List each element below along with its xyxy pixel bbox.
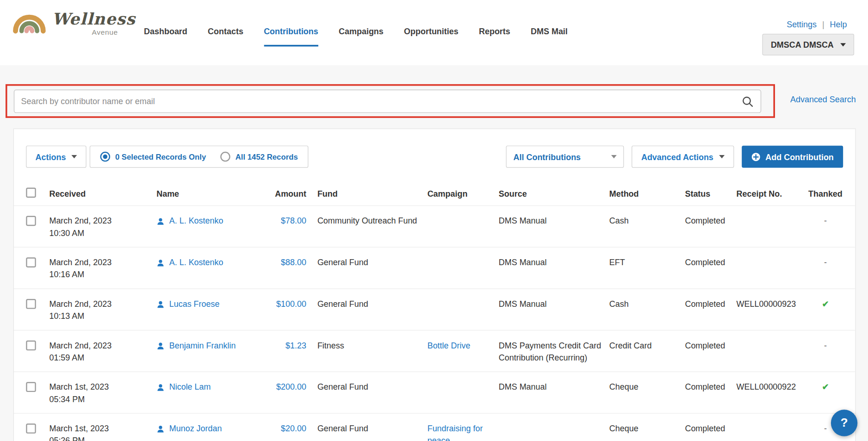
amount-cell: $200.00 — [273, 372, 317, 401]
fund-cell: Community Outreach Fund — [317, 206, 428, 235]
status-cell: Completed — [685, 330, 736, 359]
nav-item-reports[interactable]: Reports — [479, 26, 510, 46]
advanced-actions-dropdown[interactable]: Advanced Actions — [632, 146, 734, 168]
row-checkbox[interactable] — [26, 257, 36, 267]
row-checkbox-cell — [26, 206, 49, 237]
contributor-link[interactable]: A. L. Kostenko — [169, 215, 223, 227]
brand-subtitle: Avenue — [92, 28, 136, 37]
thanked-cell: - — [808, 206, 843, 235]
actions-dropdown[interactable]: Actions — [26, 146, 86, 168]
help-fab-button[interactable]: ? — [831, 410, 857, 436]
campaign-cell — [428, 289, 499, 306]
name-cell: A. L. Kostenko — [156, 248, 273, 278]
column-header-receipt[interactable]: Receipt No. — [737, 188, 808, 198]
account-dropdown[interactable]: DMSCA DMSCA — [763, 34, 854, 56]
person-icon — [156, 424, 164, 436]
person-icon — [156, 383, 164, 395]
source-cell: DMS Manual — [499, 289, 609, 318]
select-all-checkbox[interactable] — [26, 187, 36, 198]
column-header-status[interactable]: Status — [685, 188, 736, 198]
settings-link[interactable]: Settings — [787, 19, 817, 29]
column-header-method[interactable]: Method — [609, 188, 685, 198]
fund-cell: General Fund — [317, 414, 428, 441]
help-link[interactable]: Help — [830, 19, 847, 29]
received-date: March 1st, 2023 — [49, 422, 149, 435]
column-header-thanked[interactable]: Thanked — [808, 188, 843, 198]
app-header: Wellness Avenue Dashboard Contacts Contr… — [0, 0, 868, 65]
help-fab-label: ? — [840, 416, 848, 430]
nav-item-contributions[interactable]: Contributions — [264, 26, 318, 46]
fund-cell: General Fund — [317, 248, 428, 276]
row-checkbox[interactable] — [26, 216, 36, 226]
campaign-link[interactable]: Fundraising for peace — [428, 423, 483, 441]
column-header-fund[interactable]: Fund — [317, 188, 428, 198]
column-header-source[interactable]: Source — [499, 188, 609, 198]
contributor-link[interactable]: Nicole Lam — [169, 381, 211, 393]
column-header-campaign[interactable]: Campaign — [428, 188, 499, 198]
row-checkbox[interactable] — [26, 382, 36, 392]
thanked-value: - — [824, 257, 827, 267]
selected-records-radio[interactable]: 0 Selected Records Only — [100, 152, 206, 162]
column-header-name[interactable]: Name — [156, 188, 273, 198]
select-all-cell — [26, 187, 49, 199]
campaign-cell — [428, 248, 499, 264]
nav-item-contacts[interactable]: Contacts — [208, 26, 243, 46]
campaign-cell: Fundraising for peace — [428, 414, 499, 441]
contributor-link[interactable]: Munoz Jordan — [169, 422, 222, 435]
chevron-down-icon — [71, 155, 77, 158]
rainbow-logo-icon — [11, 5, 48, 35]
table-row: March 1st, 2023 05:34 PM Nicole Lam $200… — [14, 372, 856, 413]
status-cell: Completed — [685, 372, 736, 401]
received-time: 10:16 AM — [49, 268, 149, 280]
received-time: 05:26 PM — [49, 435, 149, 441]
brand-logo: Wellness Avenue — [11, 5, 149, 47]
contributions-filter-select[interactable]: All Contributions — [506, 146, 624, 168]
nav-item-dms-mail[interactable]: DMS Mail — [531, 26, 568, 46]
row-checkbox[interactable] — [26, 299, 36, 309]
amount-cell: $78.00 — [273, 206, 317, 235]
contributor-link[interactable]: Lucas Froese — [169, 298, 220, 310]
contributor-link[interactable]: A. L. Kostenko — [169, 256, 223, 268]
contributor-link[interactable]: Benjamin Franklin — [169, 339, 236, 351]
receipt-cell: WELL00000922 — [737, 372, 808, 401]
brand-text: Wellness Avenue — [52, 5, 136, 37]
received-cell: March 1st, 2023 05:26 PM — [49, 414, 156, 441]
amount-link[interactable]: $78.00 — [281, 216, 306, 225]
search-icon[interactable] — [742, 95, 753, 109]
nav-item-opportunities[interactable]: Opportunities — [404, 26, 459, 46]
name-cell: Lucas Froese — [156, 289, 273, 320]
column-header-received[interactable]: Received — [49, 188, 156, 198]
nav-item-campaigns[interactable]: Campaigns — [339, 26, 384, 46]
campaign-cell: Bottle Drive — [428, 330, 499, 359]
received-date: March 2nd, 2023 — [49, 339, 149, 351]
record-scope-group: 0 Selected Records Only All 1452 Records — [90, 146, 309, 168]
table-header: Received Name Amount Fund Campaign Sourc… — [14, 181, 856, 205]
row-checkbox[interactable] — [26, 341, 36, 351]
amount-link[interactable]: $1.23 — [285, 341, 306, 350]
person-icon — [156, 341, 164, 353]
nav-item-dashboard[interactable]: Dashboard — [144, 26, 187, 46]
advanced-search-link[interactable]: Advanced Search — [790, 95, 856, 104]
row-checkbox-cell — [26, 414, 49, 441]
add-contribution-button[interactable]: Add Contribution — [742, 146, 843, 168]
amount-link[interactable]: $200.00 — [276, 382, 306, 391]
column-header-amount[interactable]: Amount — [273, 188, 317, 198]
all-records-label: All 1452 Records — [236, 152, 298, 161]
campaign-link[interactable]: Bottle Drive — [428, 341, 471, 350]
received-time: 01:59 AM — [49, 352, 149, 364]
chevron-down-icon — [840, 43, 846, 46]
thanked-cell: - — [808, 330, 843, 359]
all-records-radio[interactable]: All 1452 Records — [220, 152, 298, 162]
thanked-value: - — [824, 216, 827, 225]
amount-link[interactable]: $88.00 — [281, 257, 306, 267]
search-input[interactable] — [14, 90, 761, 112]
amount-link[interactable]: $20.00 — [281, 423, 306, 433]
receipt-cell — [737, 206, 808, 223]
amount-link[interactable]: $100.00 — [276, 299, 306, 308]
contributions-filter-value: All Contributions — [514, 152, 581, 161]
row-checkbox[interactable] — [26, 423, 36, 434]
status-cell: Completed — [685, 414, 736, 441]
method-cell: Credit Card — [609, 330, 685, 359]
row-checkbox-cell — [26, 372, 49, 403]
received-cell: March 2nd, 2023 10:13 AM — [49, 289, 156, 330]
